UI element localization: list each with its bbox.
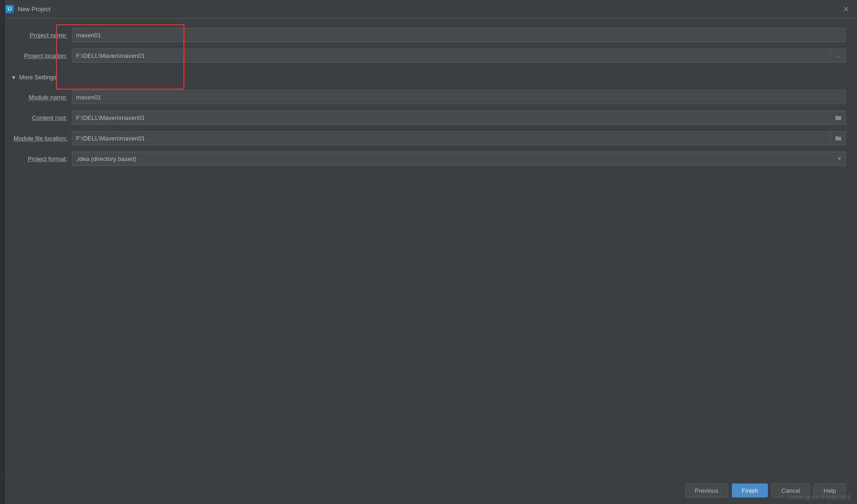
app-icon: IJ: [6, 5, 14, 14]
project-location-input[interactable]: [72, 49, 831, 63]
content-root-row: Content root:: [11, 111, 846, 125]
more-settings-section: ▼ More Settings Module name: Content roo…: [11, 72, 846, 166]
app-icon-label: IJ: [8, 7, 12, 12]
content-root-input[interactable]: [72, 111, 831, 125]
close-button[interactable]: ✕: [840, 4, 851, 15]
module-file-location-input[interactable]: [72, 131, 831, 145]
project-format-row: Project format: .idea (directory based) …: [11, 152, 846, 166]
project-location-label: Project location:: [11, 52, 72, 59]
browse-content-root-button[interactable]: [831, 111, 846, 125]
dialog-content: Project name: Project location: ... ▼ Mo…: [0, 19, 857, 476]
content-root-field-group: [72, 111, 846, 125]
module-file-location-row: Module file location:: [11, 131, 846, 145]
title-bar: IJ New Project ✕: [0, 0, 857, 19]
dialog-footer: Previous Finish Cancel Help: [0, 476, 857, 504]
project-location-field-group: ...: [72, 49, 846, 63]
finish-button[interactable]: Finish: [732, 483, 768, 497]
dialog-overlay: IJ New Project ✕ Project name: Project l…: [0, 0, 857, 504]
watermark: CSDN @今年不养猪只除草: [789, 494, 851, 501]
previous-button[interactable]: Previous: [685, 483, 729, 497]
project-format-select-wrapper: .idea (directory based) .ipr (file based…: [72, 152, 846, 166]
content-root-label: Content root:: [11, 114, 72, 121]
more-settings-header[interactable]: ▼ More Settings: [11, 72, 846, 83]
project-name-input[interactable]: [72, 28, 846, 42]
browse-location-button[interactable]: ...: [831, 49, 846, 63]
module-name-input[interactable]: [72, 90, 846, 104]
project-name-label: Project name:: [11, 32, 72, 39]
browse-module-file-button[interactable]: [831, 131, 846, 145]
module-file-location-field-group: [72, 131, 846, 145]
more-settings-label: More Settings: [19, 74, 56, 81]
folder-icon: [835, 115, 842, 120]
project-format-select[interactable]: .idea (directory based) .ipr (file based…: [72, 152, 846, 166]
module-name-label: Module name:: [11, 94, 72, 101]
folder-icon: [835, 135, 842, 141]
project-location-row: Project location: ...: [11, 49, 846, 63]
project-format-label: Project format:: [11, 155, 72, 162]
module-file-location-label: Module file location:: [11, 135, 72, 142]
project-name-row: Project name:: [11, 28, 846, 42]
module-name-row: Module name:: [11, 90, 846, 104]
dialog-title: New Project: [18, 6, 840, 13]
chevron-down-icon: ▼: [11, 75, 16, 80]
